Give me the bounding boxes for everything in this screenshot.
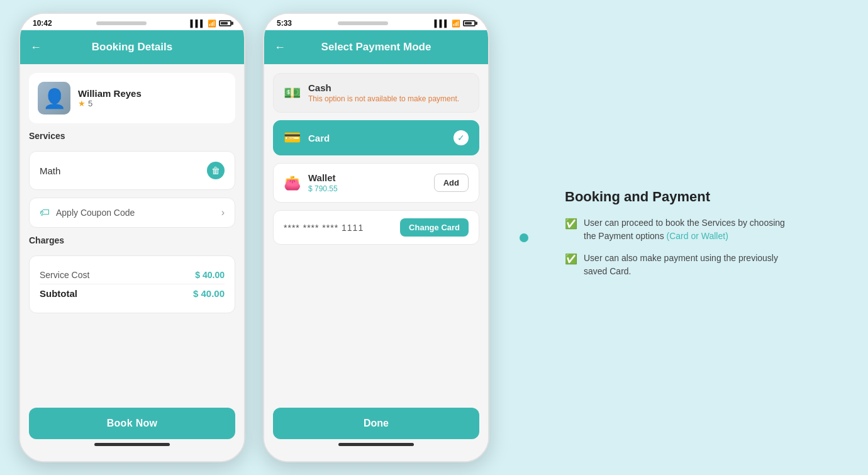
done-button[interactable]: Done <box>273 408 479 439</box>
avatar <box>38 82 70 115</box>
charges-card: Service Cost $ 40.00 Subtotal $ 40.00 <box>29 255 235 313</box>
card-selected-check: ✓ <box>453 130 469 145</box>
info-item-1: ✅ User can proceed to book the Services … <box>565 216 798 243</box>
back-button-1[interactable]: ← <box>30 41 42 54</box>
payment-body: 💵 Cash This option is not available to m… <box>264 64 488 400</box>
status-time-2: 5:33 <box>277 19 292 28</box>
connector-dot <box>520 233 528 242</box>
coupon-label: Apply Coupon Code <box>56 208 135 218</box>
info-title: Booking and Payment <box>565 189 798 205</box>
check-icon-1: ✅ <box>565 218 577 230</box>
cash-option-left: 💵 Cash This option is not available to m… <box>284 82 459 103</box>
wallet-option-left: 👛 Wallet $ 790.55 <box>284 172 338 193</box>
coupon-left: 🏷 Apply Coupon Code <box>40 207 135 218</box>
info-connector <box>507 233 541 242</box>
wallet-balance: $ 790.55 <box>308 184 338 193</box>
card-option-left: 💳 Card <box>284 130 330 146</box>
wallet-icon: 👛 <box>284 175 301 191</box>
booking-body: William Reyes ★ 5 Services Math 🗑 <box>20 64 244 400</box>
card-label: Card <box>308 133 330 143</box>
star-icon: ★ <box>78 99 86 108</box>
info-highlight: (Card or Wallet) <box>667 231 728 241</box>
services-section-label: Services <box>29 131 235 141</box>
cash-info: Cash This option is not available to mak… <box>308 82 459 103</box>
wallet-add-button[interactable]: Add <box>434 174 469 192</box>
service-card: Math 🗑 <box>29 151 235 190</box>
wallet-option[interactable]: 👛 Wallet $ 790.55 Add <box>273 163 479 203</box>
wallet-label: Wallet <box>308 172 338 183</box>
coupon-icon: 🏷 <box>40 207 50 218</box>
service-cost-value: $ 40.00 <box>195 270 225 280</box>
info-panel: Booking and Payment ✅ User can proceed t… <box>559 176 798 299</box>
phone-booking-details: 10:42 ▌▌▌ 📶 ← Booking Details William Re… <box>19 13 245 462</box>
avatar-image <box>38 82 70 115</box>
notch-2 <box>338 21 388 25</box>
payment-header-title: Select Payment Mode <box>293 41 459 53</box>
cash-icon: 💵 <box>284 85 301 101</box>
subtotal-label: Subtotal <box>40 288 77 299</box>
booking-header-title: Booking Details <box>49 41 215 53</box>
wallet-info: Wallet $ 790.55 <box>308 172 338 193</box>
signal-icon-2: ▌▌▌ <box>435 20 449 27</box>
cash-label: Cash <box>308 82 459 93</box>
provider-name: William Reyes <box>78 88 142 99</box>
rating-value: 5 <box>88 99 92 108</box>
delete-service-button[interactable]: 🗑 <box>207 162 225 179</box>
coupon-row[interactable]: 🏷 Apply Coupon Code › <box>29 198 235 228</box>
check-icon-2: ✅ <box>565 253 577 265</box>
home-indicator-2 <box>338 443 414 446</box>
battery-icon-2 <box>463 20 476 26</box>
book-now-button[interactable]: Book Now <box>29 408 235 439</box>
service-cost-label: Service Cost <box>40 270 89 280</box>
service-cost-row: Service Cost $ 40.00 <box>40 266 225 284</box>
booking-header: ← Booking Details <box>20 30 244 64</box>
change-card-button[interactable]: Change Card <box>400 218 469 237</box>
status-bar-1: 10:42 ▌▌▌ 📶 <box>20 14 244 30</box>
provider-rating: ★ 5 <box>78 99 142 108</box>
phone-payment-mode: 5:33 ▌▌▌ 📶 ← Select Payment Mode 💵 Cash <box>263 13 489 462</box>
battery-icon <box>219 20 231 26</box>
subtotal-value: $ 40.00 <box>193 288 225 299</box>
home-indicator-1 <box>94 443 170 446</box>
provider-profile: William Reyes ★ 5 <box>29 73 235 123</box>
profile-info: William Reyes ★ 5 <box>78 88 142 108</box>
payment-header: ← Select Payment Mode <box>264 30 488 64</box>
card-number-row: **** **** **** 1111 Change Card <box>273 210 479 245</box>
cash-unavailable-text: This option is not available to make pay… <box>308 94 459 103</box>
info-item-2: ✅ User can also make payment using the p… <box>565 252 798 278</box>
coupon-arrow-icon: › <box>221 207 225 218</box>
status-bar-2: 5:33 ▌▌▌ 📶 <box>264 14 488 30</box>
wifi-icon: 📶 <box>208 20 216 28</box>
status-time-1: 10:42 <box>33 19 52 28</box>
status-icons-1: ▌▌▌ 📶 <box>191 20 231 28</box>
status-icons-2: ▌▌▌ 📶 <box>435 20 476 28</box>
info-text-1: User can proceed to book the Services by… <box>584 216 798 243</box>
card-number-text: **** **** **** 1111 <box>284 223 364 233</box>
info-text-2: User can also make payment using the pre… <box>584 252 798 278</box>
back-button-2[interactable]: ← <box>274 41 286 54</box>
signal-icon: ▌▌▌ <box>191 20 205 27</box>
notch-1 <box>96 21 147 25</box>
subtotal-row: Subtotal $ 40.00 <box>40 284 225 303</box>
card-option[interactable]: 💳 Card ✓ <box>273 120 479 155</box>
card-icon: 💳 <box>284 130 301 146</box>
booking-footer: Book Now <box>20 400 244 461</box>
trash-icon: 🗑 <box>211 165 220 176</box>
service-name: Math <box>40 165 60 176</box>
payment-footer: Done <box>264 400 488 461</box>
cash-option[interactable]: 💵 Cash This option is not available to m… <box>273 73 479 113</box>
wifi-icon-2: 📶 <box>452 20 460 28</box>
charges-section-label: Charges <box>29 235 235 245</box>
